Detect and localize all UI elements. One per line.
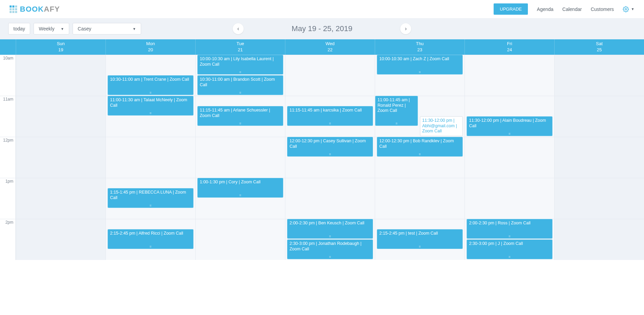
event-label: 1:15-1:45 pm | REBECCA LUNA | Zoom Call: [110, 190, 186, 200]
hour-cell[interactable]: [16, 219, 106, 260]
calendar-event[interactable]: 12:00-12:30 pm | Bob Randklev | Zoom Cal…: [377, 137, 463, 157]
hour-cell[interactable]: [465, 55, 554, 96]
event-label: 1:00-1:30 pm | Cory | Zoom Call: [200, 180, 260, 184]
view-select[interactable]: Weekly ▼: [34, 23, 69, 35]
resize-handle-icon[interactable]: =: [467, 256, 552, 259]
staff-select-value: Casey: [78, 26, 91, 31]
resize-handle-icon[interactable]: =: [287, 122, 373, 125]
resize-handle-icon[interactable]: =: [287, 235, 373, 238]
staff-select[interactable]: Casey ▼: [73, 23, 141, 35]
day-header[interactable]: Tue21: [195, 39, 285, 55]
event-label: 12:00-12:30 pm | Bob Randklev | Zoom Cal…: [379, 139, 454, 149]
svg-point-0: [625, 8, 627, 10]
calendar-event[interactable]: 2:15-2:45 pm | Alfred Ricci | Zoom Call=: [108, 229, 194, 249]
event-label: 2:00-2:30 pm | Ben Keusch | Zoom Call: [289, 221, 364, 225]
day-header[interactable]: Wed22: [285, 39, 375, 55]
resize-handle-icon[interactable]: =: [375, 122, 418, 125]
hour-cell[interactable]: [16, 137, 106, 178]
resize-handle-icon[interactable]: =: [198, 71, 283, 74]
caret-down-icon: ▼: [133, 27, 136, 31]
calendar-event[interactable]: 11:30-12:00 pm | Alain Boudreau | Zoom C…: [467, 116, 553, 136]
day-header[interactable]: Sat25: [554, 39, 644, 55]
calendar-event[interactable]: 10:00-10:30 am | Lily Isabella Laurent |…: [197, 55, 283, 75]
event-label: 2:15-2:45 pm | Alfred Ricci | Zoom Call: [110, 231, 183, 236]
calendar-event[interactable]: 2:15-2:45 pm | test | Zoom Call=: [377, 229, 463, 249]
day-column: 11:30-12:00 pm | Alain Boudreau | Zoom C…: [465, 55, 554, 260]
view-select-value: Weekly: [39, 26, 54, 31]
day-column: 10:30-11:00 am | Trent Crane | Zoom Call…: [106, 55, 195, 260]
calendar-event[interactable]: 1:00-1:30 pm | Cory | Zoom Call=: [197, 178, 283, 198]
hour-cell[interactable]: [106, 137, 195, 178]
resize-handle-icon[interactable]: =: [108, 205, 193, 207]
nav-agenda[interactable]: Agenda: [537, 6, 553, 12]
calendar-event[interactable]: 10:30-11:00 am | Brandon Scott | Zoom Ca…: [197, 75, 283, 95]
hour-cell[interactable]: [285, 55, 375, 96]
resize-handle-icon[interactable]: =: [108, 112, 193, 115]
calendar-event[interactable]: 10:30-11:00 am | Trent Crane | Zoom Call…: [108, 75, 194, 95]
calendar-grid: Sun19Mon20Tue21Wed22Thu23Fri24Sat25 10am…: [0, 39, 644, 260]
next-week-button[interactable]: ›: [400, 23, 411, 34]
calendar-event[interactable]: 1:15-1:45 pm | REBECCA LUNA | Zoom Call=: [108, 188, 194, 208]
event-label: 11:00-11:45 am | Ronald Perez | Zoom Cal…: [377, 97, 410, 113]
calendar-event[interactable]: 2:00-2:30 pm | Ross | Zoom Call=: [467, 219, 553, 239]
hour-cell[interactable]: [196, 137, 285, 178]
nav-customers[interactable]: Customers: [591, 6, 614, 12]
resize-handle-icon[interactable]: =: [377, 71, 462, 74]
resize-handle-icon[interactable]: =: [377, 153, 462, 156]
hour-cell[interactable]: [555, 55, 644, 96]
resize-handle-icon[interactable]: =: [467, 235, 552, 238]
prev-week-button[interactable]: ‹: [233, 23, 244, 34]
event-label: 11:15-11:45 am | Arlane Schuessler | Zoo…: [200, 108, 270, 118]
resize-handle-icon[interactable]: =: [108, 92, 193, 94]
calendar-event[interactable]: 10:00-10:30 am | Zach Z | Zoom Call=: [377, 55, 463, 75]
resize-handle-icon[interactable]: =: [198, 122, 283, 125]
upgrade-button[interactable]: UPGRADE: [494, 3, 528, 15]
resize-handle-icon[interactable]: =: [287, 153, 373, 156]
event-label: 10:30-11:00 am | Trent Crane | Zoom Call: [110, 77, 189, 82]
calendar-toolbar: today Weekly ▼ Casey ▼ ‹ May 19 - 25, 20…: [0, 18, 644, 39]
hour-cell[interactable]: [16, 55, 106, 96]
calendar-event[interactable]: 11:15-11:45 am | Arlane Schuessler | Zoo…: [197, 106, 283, 126]
hour-cell[interactable]: [16, 178, 106, 219]
app-header: BOOKAFY UPGRADE Agenda Calendar Customer…: [0, 0, 644, 18]
hour-cell[interactable]: [196, 219, 285, 260]
hour-cell[interactable]: [555, 219, 644, 260]
resize-handle-icon[interactable]: =: [377, 246, 462, 248]
hour-cell[interactable]: [375, 178, 465, 219]
event-label: 2:30-3:00 pm | J | Zoom Call: [469, 241, 523, 246]
resize-handle-icon[interactable]: =: [198, 194, 283, 197]
calendar-event[interactable]: 11:00-11:30 am | Talaat McNeely | Zoom C…: [108, 96, 194, 116]
event-label: 11:15-11:45 am | karcsika | Zoom Call: [289, 108, 362, 113]
nav-calendar[interactable]: Calendar: [562, 6, 582, 12]
resize-handle-icon[interactable]: =: [420, 133, 462, 135]
hour-cell[interactable]: [16, 96, 106, 137]
resize-handle-icon[interactable]: =: [108, 246, 193, 248]
calendar-event[interactable]: 2:00-2:30 pm | Ben Keusch | Zoom Call=: [287, 219, 373, 239]
calendar-event[interactable]: 2:30-3:00 pm | Jonathan Rodebaugh | Zoom…: [287, 239, 373, 259]
hour-cell[interactable]: [555, 96, 644, 137]
event-label: 10:00-10:30 am | Zach Z | Zoom Call: [379, 56, 449, 61]
calendar-event[interactable]: 2:30-3:00 pm | J | Zoom Call=: [467, 239, 553, 259]
logo[interactable]: BOOKAFY: [10, 5, 60, 14]
day-header[interactable]: Sun19: [16, 39, 106, 55]
calendar-event[interactable]: 11:15-11:45 am | karcsika | Zoom Call=: [287, 106, 373, 126]
day-header[interactable]: Mon20: [106, 39, 195, 55]
calendar-event[interactable]: 11:00-11:45 am | Ronald Perez | Zoom Cal…: [375, 96, 418, 126]
calendar-event[interactable]: 12:00-12:30 pm | Casey Sullivan | Zoom C…: [287, 137, 373, 157]
time-label: 10am: [0, 55, 16, 96]
hour-cell[interactable]: [465, 178, 554, 219]
hour-cell[interactable]: [555, 178, 644, 219]
day-header[interactable]: Thu23: [375, 39, 465, 55]
settings-menu[interactable]: ▼: [623, 6, 634, 12]
time-label: 1pm: [0, 178, 16, 219]
resize-handle-icon[interactable]: =: [287, 256, 373, 259]
day-header[interactable]: Fri24: [465, 39, 554, 55]
resize-handle-icon[interactable]: =: [467, 133, 552, 135]
today-button[interactable]: today: [8, 23, 30, 35]
calendar-event[interactable]: 11:30-12:00 pm | Abhi@gmail.com | Zoom C…: [420, 116, 463, 136]
hour-cell[interactable]: [465, 137, 554, 178]
resize-handle-icon[interactable]: =: [198, 92, 283, 94]
hour-cell[interactable]: [285, 178, 375, 219]
time-gutter: 10am11am12pm1pm2pm: [0, 55, 16, 260]
hour-cell[interactable]: [555, 137, 644, 178]
